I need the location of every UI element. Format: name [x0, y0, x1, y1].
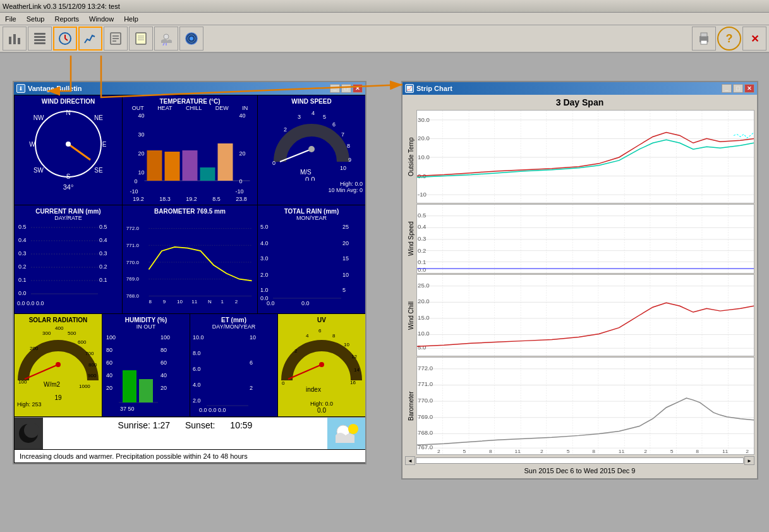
svg-rect-1	[13, 34, 16, 44]
compass: N NE E SE S SW W NW	[27, 106, 109, 182]
toolbar-graph-btn[interactable]	[3, 27, 27, 51]
svg-text:20: 20	[138, 150, 145, 157]
toolbar-strip-btn[interactable]	[78, 27, 102, 51]
barometer-panel: BAROMETER 769.5 mm 772.0 771.0 770.0 769…	[123, 205, 257, 313]
uv-high: 0.0	[325, 401, 334, 407]
svg-text:2.0: 2.0	[260, 272, 269, 278]
svg-point-165	[319, 362, 324, 367]
svg-text:4.0: 4.0	[260, 240, 269, 246]
temp-col-chill: CHILL	[186, 105, 202, 111]
strip-date-range: Sun 2015 Dec 6 to Wed 2015 Dec 9	[405, 466, 754, 476]
svg-rect-142	[123, 370, 136, 402]
toolbar-x-btn[interactable]: ✕	[742, 27, 766, 51]
scroll-right-btn[interactable]: ►	[744, 456, 754, 465]
temp-chart: 40 30 20 10 0 -10	[125, 112, 255, 195]
menu-help[interactable]: Help	[121, 15, 141, 23]
menu-file[interactable]: File	[3, 15, 19, 23]
toolbar-bulletin-btn[interactable]	[53, 27, 77, 51]
svg-text:2: 2	[644, 449, 647, 454]
menu-reports[interactable]: Reports	[52, 15, 82, 23]
svg-text:0.0: 0.0	[267, 300, 275, 306]
svg-text:0.0: 0.0	[301, 300, 310, 306]
wind-high-label: High:	[340, 181, 355, 187]
vb-minimize[interactable]: _	[330, 84, 340, 93]
temp-val-2: 19.2	[186, 196, 197, 202]
svg-text:5: 5	[670, 449, 674, 454]
svg-line-9	[65, 39, 68, 40]
svg-text:30: 30	[138, 131, 145, 138]
svg-rect-50	[218, 143, 233, 181]
svg-rect-26	[701, 40, 707, 44]
strip-close[interactable]: ✕	[744, 84, 754, 93]
wind-speed-panel: WIND SPEED 0 2 3 4 5 6 7 8 9	[258, 95, 365, 205]
svg-text:200: 200	[30, 346, 39, 351]
sunset-label: Sunset:	[185, 420, 217, 430]
menu-window[interactable]: Window	[87, 15, 116, 23]
scroll-left-btn[interactable]: ◄	[405, 456, 415, 465]
svg-text:0.1: 0.1	[418, 260, 426, 266]
strip-wind-speed-row: Wind Speed	[405, 204, 754, 274]
strip-barometer-label: Barometer	[405, 357, 416, 455]
svg-text:index: index	[306, 386, 321, 393]
toolbar-noaa-btn[interactable]	[179, 27, 203, 51]
strip-scrollbar[interactable]: ◄ ►	[405, 456, 754, 466]
strip-barometer-row: Barometer	[405, 357, 754, 455]
svg-text:5: 5	[463, 449, 466, 454]
svg-text:40: 40	[160, 372, 167, 378]
svg-text:800: 800	[88, 362, 97, 368]
vb-sunrise-row: Sunrise: 1:27 Sunset: 10:59	[15, 417, 365, 449]
forecast-text: Increasing clouds and warmer. Precipitat…	[20, 452, 248, 460]
svg-text:7: 7	[341, 131, 344, 138]
svg-text:40: 40	[239, 112, 246, 119]
total-rain-title: TOTAL RAIN (mm)	[260, 208, 363, 215]
svg-text:768.0: 768.0	[126, 293, 140, 299]
svg-text:0.1: 0.1	[18, 277, 27, 283]
svg-text:10: 10	[250, 334, 256, 341]
svg-rect-0	[9, 37, 11, 44]
svg-text:9: 9	[163, 299, 166, 305]
toolbar-notes-btn[interactable]	[129, 27, 153, 51]
strip-titlebar[interactable]: 📈 Strip Chart _ □ ✕	[403, 82, 757, 95]
svg-text:25: 25	[342, 224, 349, 230]
svg-text:4: 4	[312, 110, 315, 116]
toolbar-help-btn[interactable]: ?	[717, 27, 741, 51]
svg-text:768.0: 768.0	[418, 430, 433, 437]
wind-degrees: 34°	[17, 183, 119, 191]
svg-rect-14	[136, 33, 146, 44]
svg-text:10.0: 10.0	[418, 154, 430, 160]
wind-direction-panel: WIND DIRECTION N NE E SE S SW W NW	[15, 95, 122, 205]
vb-titlebar[interactable]: 🌡 Vantage Bulletin _ □ ✕	[14, 82, 365, 95]
svg-rect-6	[34, 42, 45, 44]
svg-text:0: 0	[135, 178, 138, 184]
strip-barometer-chart: 772.0 771.0 770.0 769.0 768.0 767.0 2 5 …	[416, 357, 754, 455]
svg-rect-4	[34, 36, 45, 38]
sunrise-time: 1:27	[153, 420, 170, 430]
svg-point-129	[56, 362, 61, 367]
toolbar-summary-btn[interactable]	[104, 27, 128, 51]
vb-close[interactable]: ✕	[353, 84, 363, 93]
toolbar-weather-btn[interactable]	[154, 27, 178, 51]
svg-text:8: 8	[347, 143, 350, 149]
strip-wind-speed-chart: 0.5 0.4 0.3 0.2 0.1 0.0	[416, 204, 754, 274]
toolbar-print-btn[interactable]	[692, 27, 716, 51]
svg-text:771.0: 771.0	[418, 382, 433, 388]
svg-text:NE: NE	[94, 114, 103, 121]
rain-title: CURRENT RAIN (mm)	[17, 208, 119, 215]
svg-text:5: 5	[323, 114, 326, 120]
scroll-track[interactable]	[416, 457, 744, 464]
svg-text:20: 20	[239, 150, 246, 157]
solar-panel: SOLAR RADIATION 100 200 300 400 500 600 …	[15, 314, 102, 416]
svg-text:700: 700	[85, 351, 94, 356]
svg-point-23	[190, 37, 193, 40]
svg-text:11: 11	[619, 449, 625, 454]
vb-maximize[interactable]: □	[341, 84, 351, 93]
temp-title: TEMPERATURE (°C)	[125, 98, 255, 105]
toolbar-data-btn[interactable]	[28, 27, 52, 51]
strip-maximize[interactable]: □	[733, 84, 743, 93]
wind-direction-title: WIND DIRECTION	[17, 98, 119, 105]
strip-minimize[interactable]: _	[722, 84, 732, 93]
menu-setup[interactable]: Setup	[24, 15, 47, 23]
vb-row3: SOLAR RADIATION 100 200 300 400 500 600 …	[15, 314, 365, 416]
svg-text:10.0: 10.0	[193, 334, 204, 341]
wind-avg: 0	[360, 187, 363, 193]
